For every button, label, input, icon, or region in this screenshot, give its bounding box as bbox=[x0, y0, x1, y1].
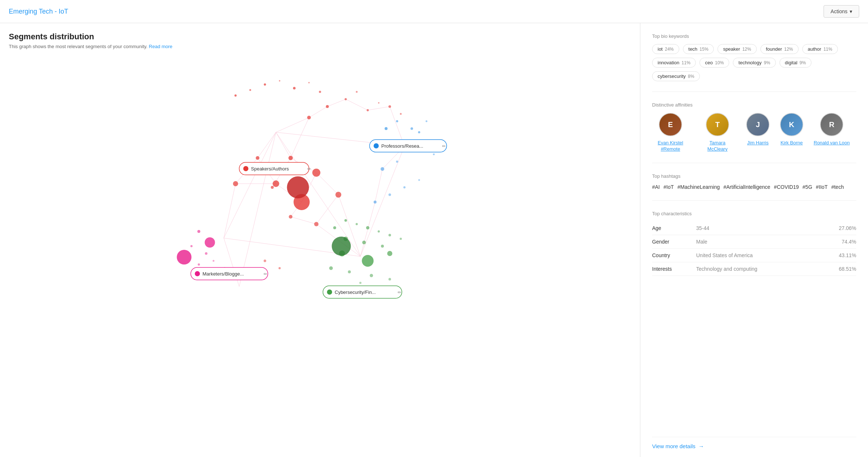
svg-point-38 bbox=[293, 87, 296, 90]
svg-point-90 bbox=[400, 238, 402, 240]
hashtag-item: #IIoT bbox=[816, 184, 828, 190]
svg-point-35 bbox=[249, 89, 251, 91]
affinity-name[interactable]: Evan Kirstel #Remote bbox=[652, 140, 689, 152]
affinity-name[interactable]: Ronald van Loon bbox=[814, 140, 850, 146]
svg-text:Speakers/Authors: Speakers/Authors bbox=[251, 166, 289, 172]
affinity-item: J Jim Harris bbox=[746, 113, 770, 152]
svg-text:Professors/Resea...: Professors/Resea... bbox=[381, 143, 423, 149]
svg-point-57 bbox=[289, 215, 293, 219]
svg-text:✏: ✏ bbox=[307, 166, 311, 172]
svg-point-116 bbox=[327, 289, 332, 295]
svg-text:✏: ✏ bbox=[442, 144, 446, 149]
keyword-tag: iot24% bbox=[652, 44, 679, 54]
svg-point-96 bbox=[387, 251, 393, 256]
segments-subtitle: This graph shows the most relevant segme… bbox=[9, 44, 631, 49]
svg-point-36 bbox=[264, 83, 266, 86]
app-title: Emerging Tech - IoT bbox=[9, 8, 68, 15]
svg-line-9 bbox=[291, 118, 309, 158]
bio-keywords-label: Top bio keywords bbox=[652, 33, 856, 39]
svg-point-54 bbox=[312, 169, 321, 177]
hashtags-container: #AI#IoT#MachineLearning#ArtificialIntell… bbox=[652, 184, 856, 190]
svg-text:✏: ✏ bbox=[398, 290, 401, 295]
svg-point-92 bbox=[362, 241, 366, 244]
svg-point-102 bbox=[332, 237, 351, 256]
actions-button[interactable]: Actions ▾ bbox=[824, 5, 859, 18]
keyword-tag: ceo10% bbox=[699, 58, 729, 68]
svg-point-97 bbox=[329, 266, 333, 270]
svg-line-2 bbox=[239, 132, 276, 287]
svg-point-80 bbox=[198, 263, 200, 266]
char-value: Technology and computing bbox=[696, 262, 821, 276]
svg-point-108 bbox=[374, 143, 379, 148]
svg-point-85 bbox=[344, 219, 347, 222]
svg-point-81 bbox=[213, 260, 214, 262]
right-panel: Top bio keywords iot24%tech15%speaker12%… bbox=[640, 23, 868, 457]
svg-line-8 bbox=[276, 132, 291, 158]
affinity-name[interactable]: Kirk Borne bbox=[781, 140, 803, 146]
svg-point-65 bbox=[411, 127, 413, 130]
svg-point-37 bbox=[279, 80, 281, 82]
affinity-item: T Tamara McCleary bbox=[699, 113, 736, 152]
svg-point-104 bbox=[243, 166, 249, 171]
svg-line-24 bbox=[375, 169, 383, 202]
characteristic-row: Country United States of America 43.11% bbox=[652, 248, 856, 262]
hashtag-item: #tech bbox=[831, 184, 844, 190]
hashtag-item: #5G bbox=[803, 184, 812, 190]
char-label: Age bbox=[652, 222, 696, 235]
svg-point-76 bbox=[418, 179, 420, 181]
read-more-link[interactable]: Read more bbox=[149, 44, 172, 49]
svg-point-42 bbox=[345, 98, 347, 100]
svg-line-21 bbox=[224, 184, 236, 238]
char-value: Male bbox=[696, 235, 821, 248]
svg-point-50 bbox=[256, 156, 260, 160]
svg-line-5 bbox=[361, 146, 405, 256]
app-header: Emerging Tech - IoT Actions ▾ bbox=[0, 0, 868, 23]
char-value: United States of America bbox=[696, 248, 821, 262]
keyword-tag: technology9% bbox=[733, 58, 775, 68]
svg-point-84 bbox=[333, 226, 336, 229]
view-more-label: View more details bbox=[652, 443, 695, 449]
keyword-tag: cybersecurity8% bbox=[652, 71, 700, 81]
hashtags-section: Top hashtags #AI#IoT#MachineLearning#Art… bbox=[652, 173, 856, 190]
svg-point-43 bbox=[356, 91, 358, 93]
svg-line-32 bbox=[368, 107, 390, 110]
char-label: Gender bbox=[652, 235, 696, 248]
svg-point-40 bbox=[319, 91, 321, 93]
affinity-avatar: T bbox=[706, 113, 729, 136]
network-graph: Speakers/Authors ✏ Professors/Resea... ✏… bbox=[9, 55, 631, 305]
svg-point-70 bbox=[433, 154, 435, 155]
bio-keywords-section: Top bio keywords iot24%tech15%speaker12%… bbox=[652, 33, 856, 81]
svg-point-86 bbox=[356, 223, 358, 225]
svg-point-51 bbox=[233, 181, 238, 186]
char-label: Interests bbox=[652, 262, 696, 276]
char-pct: 43.11% bbox=[821, 248, 856, 262]
svg-point-64 bbox=[396, 120, 398, 122]
view-more-link[interactable]: View more details → bbox=[652, 437, 856, 449]
characteristics-section: Top characteristics Age 35-44 27.06% Gen… bbox=[652, 211, 856, 276]
svg-point-99 bbox=[370, 274, 373, 277]
hashtag-item: #MachineLearning bbox=[677, 184, 720, 190]
char-pct: 74.4% bbox=[821, 235, 856, 248]
svg-point-71 bbox=[381, 167, 384, 171]
affinity-avatar: E bbox=[659, 113, 682, 136]
svg-point-41 bbox=[326, 105, 329, 108]
hashtag-item: #ArtificialIntelligence bbox=[723, 184, 770, 190]
svg-point-74 bbox=[388, 194, 391, 196]
affinity-name[interactable]: Tamara McCleary bbox=[699, 140, 736, 152]
svg-text:Cybersecurity/Fin...: Cybersecurity/Fin... bbox=[335, 289, 376, 295]
svg-point-39 bbox=[308, 82, 310, 83]
affinity-item: K Kirk Borne bbox=[780, 113, 803, 152]
affinity-avatar: K bbox=[780, 113, 803, 136]
divider-2 bbox=[652, 163, 856, 163]
svg-line-10 bbox=[309, 107, 328, 118]
svg-point-95 bbox=[362, 255, 374, 267]
svg-point-112 bbox=[195, 271, 200, 276]
svg-point-79 bbox=[205, 252, 207, 255]
keyword-tag: tech15% bbox=[683, 44, 714, 54]
svg-point-75 bbox=[404, 186, 406, 188]
svg-point-98 bbox=[348, 270, 351, 273]
keyword-tag: founder12% bbox=[760, 44, 799, 54]
affinity-name[interactable]: Jim Harris bbox=[747, 140, 769, 146]
svg-point-101 bbox=[359, 282, 362, 284]
svg-line-7 bbox=[276, 118, 309, 132]
